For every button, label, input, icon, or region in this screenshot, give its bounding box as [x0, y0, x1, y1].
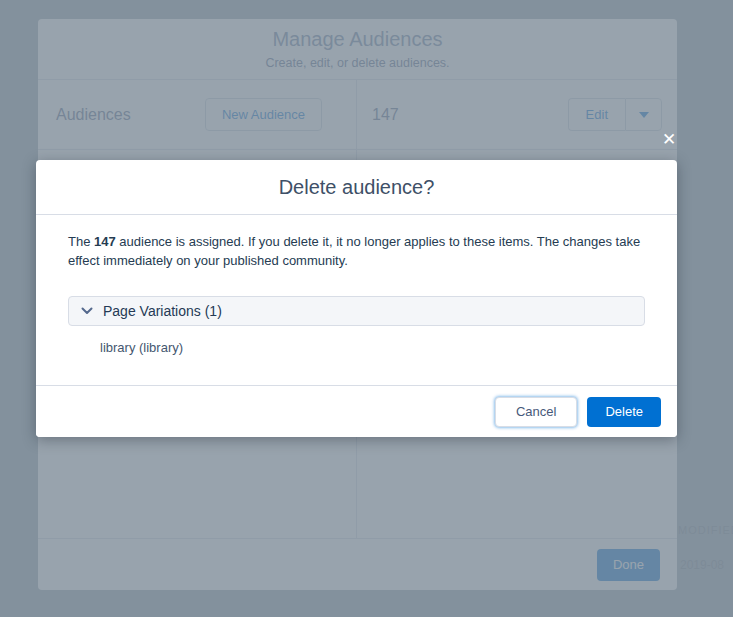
page-variation-item: library (library)	[100, 340, 645, 355]
cancel-button[interactable]: Cancel	[495, 397, 577, 427]
page-variations-expander[interactable]: Page Variations (1)	[68, 296, 645, 326]
dialog-body: The 147 audience is assigned. If you del…	[36, 215, 677, 355]
message-suffix: audience is assigned. If you delete it, …	[68, 234, 640, 268]
dialog-message: The 147 audience is assigned. If you del…	[68, 232, 645, 270]
page-variations-label: Page Variations (1)	[103, 303, 222, 319]
chevron-down-icon	[81, 307, 93, 315]
dialog-header: Delete audience?	[36, 160, 677, 215]
close-icon[interactable]: ✕	[659, 129, 679, 151]
message-audience-name: 147	[94, 234, 116, 249]
delete-audience-dialog: Delete audience? The 147 audience is ass…	[36, 160, 677, 437]
dialog-title: Delete audience?	[279, 176, 435, 199]
message-prefix: The	[68, 234, 94, 249]
delete-button[interactable]: Delete	[587, 397, 661, 427]
dialog-footer: Cancel Delete	[36, 385, 677, 437]
